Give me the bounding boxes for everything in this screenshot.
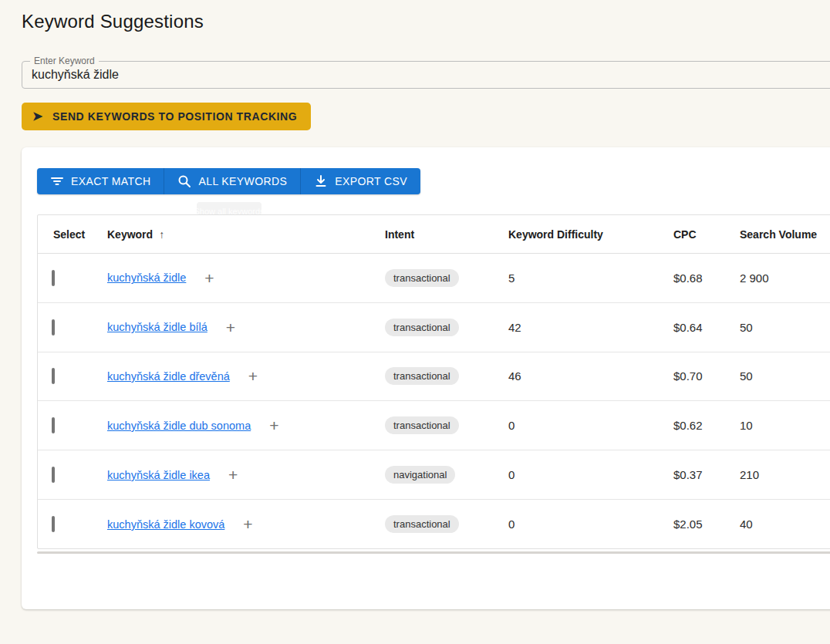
- keyword-link[interactable]: kuchyňská židle bílá: [107, 321, 208, 333]
- add-keyword-icon[interactable]: +: [243, 516, 252, 532]
- page-title: Keyword Suggestions: [22, 11, 204, 32]
- volume-value: 210: [740, 468, 830, 481]
- column-header-volume[interactable]: Search Volume: [740, 228, 830, 241]
- send-to-position-tracking-button[interactable]: ➤ SEND KEYWORDS TO POSITION TRACKING: [22, 103, 311, 130]
- column-header-intent[interactable]: Intent: [385, 228, 508, 241]
- keyword-link[interactable]: kuchyňská židle: [107, 271, 186, 284]
- cpc-value: $0.70: [673, 369, 740, 383]
- intent-badge: transactional: [385, 515, 459, 533]
- add-keyword-icon[interactable]: +: [226, 319, 235, 335]
- add-keyword-icon[interactable]: +: [248, 368, 258, 384]
- exact-match-label: EXACT MATCH: [71, 175, 150, 187]
- keyword-input-field: Enter Keyword: [22, 61, 830, 89]
- intent-badge: transactional: [385, 269, 459, 287]
- search-icon: [177, 174, 191, 188]
- export-csv-label: EXPORT CSV: [335, 175, 407, 187]
- difficulty-value: 0: [508, 518, 673, 531]
- volume-value: 50: [740, 321, 830, 334]
- column-header-cpc[interactable]: CPC: [673, 228, 740, 241]
- volume-value: 40: [740, 518, 830, 531]
- column-header-difficulty[interactable]: Keyword Difficulty: [508, 228, 673, 241]
- table-row: kuchyňská židle kovová + transactional 0…: [38, 500, 830, 549]
- row-checkbox[interactable]: [52, 270, 55, 286]
- table-row: kuchyňská židle ikea + navigational 0 $0…: [38, 450, 830, 500]
- keyword-input[interactable]: [22, 62, 830, 88]
- row-checkbox[interactable]: [52, 417, 55, 433]
- difficulty-value: 5: [508, 271, 673, 285]
- keywords-table: Select Keyword ↑ Intent Keyword Difficul…: [37, 214, 830, 549]
- row-checkbox[interactable]: [52, 319, 55, 335]
- filter-icon: [50, 174, 64, 188]
- table-row: kuchyňská židle + transactional 5 $0.68 …: [38, 254, 830, 303]
- add-keyword-icon[interactable]: +: [204, 270, 214, 286]
- cpc-value: $0.68: [673, 271, 740, 285]
- volume-value: 10: [740, 419, 830, 432]
- volume-value: 2 900: [740, 271, 830, 285]
- table-header-row: Select Keyword ↑ Intent Keyword Difficul…: [38, 215, 830, 254]
- send-button-label: SEND KEYWORDS TO POSITION TRACKING: [52, 110, 297, 123]
- volume-value: 50: [740, 369, 830, 383]
- table-toolbar: EXACT MATCH ALL KEYWORDS EXPORT CSV: [37, 168, 420, 194]
- all-keywords-button[interactable]: ALL KEYWORDS: [164, 168, 300, 194]
- export-csv-button[interactable]: EXPORT CSV: [300, 168, 420, 194]
- results-card: EXACT MATCH ALL KEYWORDS EXPORT CSV Show…: [22, 147, 830, 609]
- difficulty-value: 46: [508, 369, 673, 383]
- table-row: kuchyňská židle bílá + transactional 42 …: [38, 303, 830, 352]
- cpc-value: $2.05: [673, 518, 740, 531]
- cpc-value: $0.64: [673, 321, 740, 334]
- download-icon: [314, 174, 328, 188]
- add-keyword-icon[interactable]: +: [269, 417, 278, 433]
- table-row: kuchyňská židle dub sonoma + transaction…: [38, 401, 830, 450]
- intent-badge: transactional: [385, 367, 459, 385]
- column-header-select: Select: [38, 228, 107, 241]
- table-row: kuchyňská židle dřevěná + transactional …: [38, 352, 830, 402]
- keyword-suggestions-page: Keyword Suggestions Enter Keyword ➤ SEND…: [0, 0, 830, 644]
- intent-badge: transactional: [385, 319, 459, 336]
- column-header-keyword-label: Keyword: [107, 228, 153, 241]
- difficulty-value: 0: [508, 419, 673, 432]
- horizontal-scrollbar[interactable]: [37, 551, 830, 554]
- keyword-link[interactable]: kuchyňská židle kovová: [107, 518, 224, 531]
- add-keyword-icon[interactable]: +: [228, 467, 238, 483]
- keyword-link[interactable]: kuchyňská židle ikea: [107, 469, 210, 481]
- row-checkbox[interactable]: [52, 516, 55, 532]
- send-icon: ➤: [32, 110, 43, 123]
- cpc-value: $0.62: [673, 419, 740, 432]
- all-keywords-label: ALL KEYWORDS: [198, 175, 287, 187]
- intent-badge: transactional: [385, 416, 459, 434]
- cpc-value: $0.37: [673, 468, 740, 481]
- keyword-input-label: Enter Keyword: [30, 55, 99, 67]
- difficulty-value: 42: [508, 321, 673, 334]
- sort-ascending-icon: ↑: [159, 228, 164, 241]
- column-header-keyword[interactable]: Keyword ↑: [107, 228, 385, 241]
- row-checkbox[interactable]: [52, 368, 55, 384]
- keyword-link[interactable]: kuchyňská židle dub sonoma: [107, 420, 251, 432]
- row-checkbox[interactable]: [52, 467, 55, 483]
- intent-badge: navigational: [385, 466, 455, 484]
- exact-match-button[interactable]: EXACT MATCH: [37, 168, 164, 194]
- keyword-link[interactable]: kuchyňská židle dřevěná: [107, 370, 230, 383]
- difficulty-value: 0: [508, 468, 673, 481]
